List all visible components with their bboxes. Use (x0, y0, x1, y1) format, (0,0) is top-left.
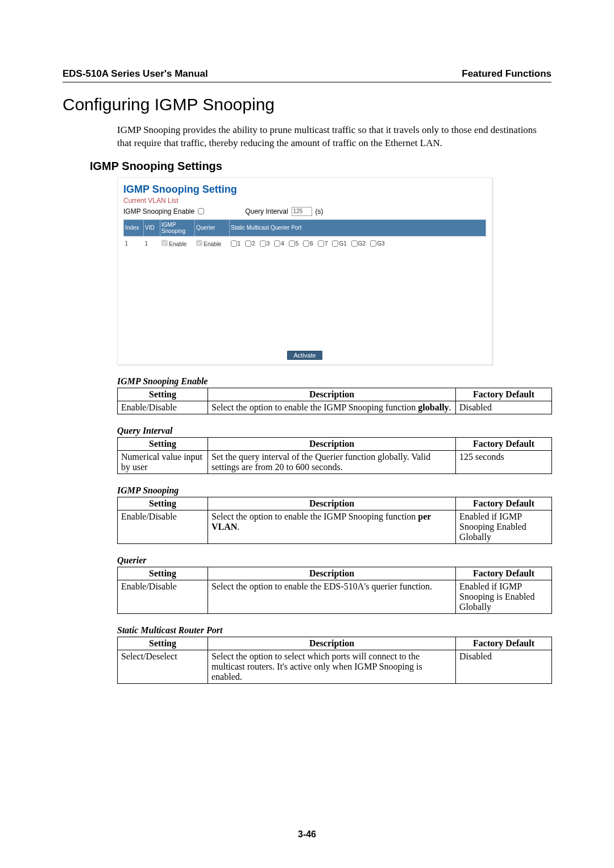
row-querier-label: Enable (204, 241, 221, 247)
port-label: 5 (296, 240, 299, 247)
cell-default: Disabled (456, 650, 552, 683)
table-row: Enable/Disable Select the option to enab… (118, 580, 552, 613)
table-title-query: Query Interval (117, 426, 551, 436)
port-label: G1 (339, 240, 346, 247)
screenshot-subtitle: Current VLAN List (123, 197, 486, 205)
cell-setting: Select/Deselect (118, 650, 208, 683)
port-4-checkbox[interactable] (274, 240, 280, 247)
header-left: EDS-510A Series User's Manual (63, 68, 208, 80)
cell-description: Select the option to enable the IGMP Sno… (208, 401, 456, 414)
intro-paragraph: IGMP Snooping provides the ability to pr… (117, 124, 551, 150)
col-index: Index (124, 219, 144, 236)
port-label: 6 (310, 240, 313, 247)
th-description: Description (208, 637, 456, 650)
query-interval-input[interactable] (292, 207, 312, 216)
cell-description: Select the option to enable the EDS-510A… (208, 580, 456, 613)
table-snoop: Setting Description Factory Default Enab… (117, 497, 552, 544)
screenshot-title: IGMP Snooping Setting (123, 184, 486, 196)
cell-description: Set the query interval of the Querier fu… (208, 450, 456, 474)
cell-setting: Numerical value input by user (118, 450, 208, 474)
port-5-checkbox[interactable] (289, 240, 295, 247)
desc-text: . (237, 522, 239, 531)
header-right: Featured Functions (462, 68, 551, 80)
cell-index: 1 (124, 236, 144, 251)
table-querier: Setting Description Factory Default Enab… (117, 567, 552, 614)
port-g1-checkbox[interactable] (332, 240, 338, 247)
th-setting: Setting (118, 437, 208, 450)
col-static: Static Multicast Querier Port (230, 219, 486, 236)
desc-text: . (449, 402, 451, 412)
desc-text: Select the option to enable the IGMP Sno… (211, 512, 418, 521)
vlan-table: Index VID IGMP Snooping Querier Static M… (123, 219, 486, 251)
table-title-enable: IGMP Snooping Enable (117, 376, 551, 387)
port-1-checkbox[interactable] (231, 240, 237, 247)
query-interval-unit: (s) (316, 207, 323, 215)
desc-bold: globally (418, 402, 449, 412)
col-igmp: IGMP Snooping (160, 219, 195, 236)
port-g2-checkbox[interactable] (351, 240, 358, 247)
th-description: Description (208, 388, 456, 401)
query-interval-label: Query Interval (245, 207, 288, 215)
table-row: Select/Deselect Select the option to sel… (118, 650, 552, 683)
port-label: G3 (377, 240, 384, 247)
port-g3-checkbox[interactable] (370, 240, 376, 247)
port-label: 1 (238, 240, 241, 247)
th-description: Description (208, 497, 456, 510)
table-row: Enable/Disable Select the option to enab… (118, 401, 552, 414)
table-title-static: Static Multicast Router Port (117, 625, 551, 636)
table-static: Setting Description Factory Default Sele… (117, 637, 552, 684)
th-default: Factory Default (456, 567, 552, 580)
cell-default: 125 seconds (456, 450, 552, 474)
table-title-snoop: IGMP Snooping (117, 485, 551, 496)
th-default: Factory Default (456, 497, 552, 510)
cell-default: Enabled if IGMP Snooping Enabled Globall… (456, 510, 552, 543)
cell-description: Select the option to select which ports … (208, 650, 456, 683)
activate-button[interactable]: Activate (287, 351, 322, 360)
table-enable: Setting Description Factory Default Enab… (117, 388, 552, 414)
port-3-checkbox[interactable] (260, 240, 266, 247)
table-title-querier: Querier (117, 555, 551, 566)
table-query: Setting Description Factory Default Nume… (117, 437, 552, 474)
port-2-checkbox[interactable] (245, 240, 251, 247)
th-default: Factory Default (456, 637, 552, 650)
port-label: G2 (358, 240, 366, 247)
page-number: 3-46 (0, 829, 614, 840)
igmp-enable-checkbox[interactable] (198, 208, 204, 214)
row-igmp-label: Enable (169, 241, 186, 247)
port-label: 4 (281, 240, 284, 247)
cell-setting: Enable/Disable (118, 510, 208, 543)
row-querier-checkbox[interactable] (196, 240, 202, 246)
table-row: Numerical value input by user Set the qu… (118, 450, 552, 474)
port-label: 7 (325, 240, 328, 247)
cell-default: Enabled if IGMP Snooping is Enabled Glob… (456, 580, 552, 613)
page-header: EDS-510A Series User's Manual Featured F… (63, 68, 551, 82)
col-vid: VID (144, 219, 160, 236)
cell-description: Select the option to enable the IGMP Sno… (208, 510, 456, 543)
th-setting: Setting (118, 388, 208, 401)
cell-ports: 1 2 3 4 5 6 7 G1 G2 G3 (230, 236, 486, 251)
cell-querier: Enable (195, 236, 230, 251)
cell-igmp: Enable (160, 236, 195, 251)
cell-vid: 1 (144, 236, 160, 251)
port-label: 2 (252, 240, 255, 247)
th-setting: Setting (118, 497, 208, 510)
row-igmp-checkbox[interactable] (161, 240, 168, 246)
page-title: Configuring IGMP Snooping (63, 95, 551, 114)
table-row: 1 1 Enable Enable 1 2 3 4 5 (124, 236, 486, 251)
cell-setting: Enable/Disable (118, 580, 208, 613)
col-querier: Querier (195, 219, 230, 236)
th-default: Factory Default (456, 437, 552, 450)
th-setting: Setting (118, 637, 208, 650)
port-label: 3 (267, 240, 270, 247)
port-7-checkbox[interactable] (318, 240, 324, 247)
cell-setting: Enable/Disable (118, 401, 208, 414)
th-description: Description (208, 567, 456, 580)
desc-text: Select the option to enable the IGMP Sno… (211, 402, 418, 412)
port-6-checkbox[interactable] (303, 240, 309, 247)
th-description: Description (208, 437, 456, 450)
table-row: Enable/Disable Select the option to enab… (118, 510, 552, 543)
section-heading: IGMP Snooping Settings (90, 160, 551, 173)
igmp-screenshot: IGMP Snooping Setting Current VLAN List … (117, 177, 492, 365)
cell-default: Disabled (456, 401, 552, 414)
th-default: Factory Default (456, 388, 552, 401)
